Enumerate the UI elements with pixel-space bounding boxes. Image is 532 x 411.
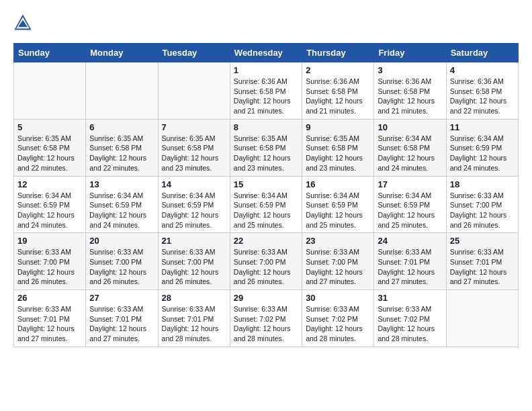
- calendar-cell: 5Sunrise: 6:35 AMSunset: 6:58 PMDaylight…: [14, 119, 86, 176]
- day-info: Sunrise: 6:36 AMSunset: 6:58 PMDaylight:…: [306, 77, 370, 116]
- weekday-header: Monday: [86, 44, 158, 62]
- calendar-week-row: 19Sunrise: 6:33 AMSunset: 7:00 PMDayligh…: [14, 233, 519, 290]
- calendar-cell: 3Sunrise: 6:36 AMSunset: 6:58 PMDaylight…: [374, 62, 446, 120]
- day-info: Sunrise: 6:33 AMSunset: 7:02 PMDaylight:…: [378, 304, 442, 344]
- day-number: 4: [450, 65, 515, 75]
- weekday-header-row: SundayMondayTuesdayWednesdayThursdayFrid…: [14, 44, 519, 62]
- calendar-cell: 21Sunrise: 6:33 AMSunset: 7:00 PMDayligh…: [158, 233, 230, 290]
- day-number: 23: [306, 236, 370, 246]
- calendar-week-row: 26Sunrise: 6:33 AMSunset: 7:01 PMDayligh…: [14, 290, 519, 347]
- weekday-header: Wednesday: [230, 44, 302, 62]
- calendar-cell: 15Sunrise: 6:34 AMSunset: 6:59 PMDayligh…: [230, 176, 302, 233]
- day-number: 25: [450, 236, 515, 246]
- calendar-cell: 19Sunrise: 6:33 AMSunset: 7:00 PMDayligh…: [14, 233, 86, 290]
- logo: [13, 13, 35, 32]
- calendar-week-row: 1Sunrise: 6:36 AMSunset: 6:58 PMDaylight…: [14, 62, 519, 120]
- day-number: 20: [89, 236, 154, 246]
- calendar-cell: 10Sunrise: 6:34 AMSunset: 6:58 PMDayligh…: [374, 119, 446, 176]
- day-info: Sunrise: 6:33 AMSunset: 7:00 PMDaylight:…: [234, 247, 298, 287]
- day-number: 12: [17, 179, 82, 189]
- day-number: 7: [162, 122, 226, 132]
- logo-icon: [13, 13, 32, 32]
- day-info: Sunrise: 6:33 AMSunset: 7:01 PMDaylight:…: [450, 247, 515, 287]
- calendar-cell: 7Sunrise: 6:35 AMSunset: 6:58 PMDaylight…: [158, 119, 230, 176]
- calendar-cell: 28Sunrise: 6:33 AMSunset: 7:01 PMDayligh…: [158, 290, 230, 347]
- day-number: 30: [306, 293, 370, 303]
- day-number: 22: [234, 236, 298, 246]
- day-number: 26: [17, 293, 82, 303]
- day-info: Sunrise: 6:35 AMSunset: 6:58 PMDaylight:…: [89, 134, 154, 173]
- day-info: Sunrise: 6:35 AMSunset: 6:58 PMDaylight:…: [17, 134, 82, 173]
- day-number: 3: [378, 65, 442, 75]
- calendar-cell: 13Sunrise: 6:34 AMSunset: 6:59 PMDayligh…: [86, 176, 158, 233]
- calendar-cell: [14, 62, 86, 120]
- day-number: 27: [89, 293, 154, 303]
- calendar-cell: 17Sunrise: 6:34 AMSunset: 6:59 PMDayligh…: [374, 176, 446, 233]
- day-number: 16: [306, 179, 370, 189]
- weekday-header: Tuesday: [158, 44, 230, 62]
- weekday-header: Saturday: [446, 44, 518, 62]
- calendar-week-row: 12Sunrise: 6:34 AMSunset: 6:59 PMDayligh…: [14, 176, 519, 233]
- calendar-week-row: 5Sunrise: 6:35 AMSunset: 6:58 PMDaylight…: [14, 119, 519, 176]
- weekday-header: Friday: [374, 44, 446, 62]
- calendar-cell: 20Sunrise: 6:33 AMSunset: 7:00 PMDayligh…: [86, 233, 158, 290]
- day-info: Sunrise: 6:36 AMSunset: 6:58 PMDaylight:…: [378, 77, 442, 116]
- day-number: 13: [89, 179, 154, 189]
- calendar-cell: 23Sunrise: 6:33 AMSunset: 7:00 PMDayligh…: [302, 233, 374, 290]
- day-info: Sunrise: 6:33 AMSunset: 7:02 PMDaylight:…: [306, 304, 370, 344]
- page: SundayMondayTuesdayWednesdayThursdayFrid…: [0, 0, 532, 354]
- day-info: Sunrise: 6:33 AMSunset: 7:00 PMDaylight:…: [450, 191, 515, 230]
- day-info: Sunrise: 6:34 AMSunset: 6:59 PMDaylight:…: [17, 191, 82, 230]
- calendar-cell: 1Sunrise: 6:36 AMSunset: 6:58 PMDaylight…: [230, 62, 302, 120]
- day-number: 10: [378, 122, 442, 132]
- day-info: Sunrise: 6:34 AMSunset: 6:59 PMDaylight:…: [378, 191, 442, 230]
- day-info: Sunrise: 6:33 AMSunset: 7:00 PMDaylight:…: [17, 247, 82, 287]
- calendar-cell: 2Sunrise: 6:36 AMSunset: 6:58 PMDaylight…: [302, 62, 374, 120]
- calendar-cell: 24Sunrise: 6:33 AMSunset: 7:01 PMDayligh…: [374, 233, 446, 290]
- calendar-cell: 31Sunrise: 6:33 AMSunset: 7:02 PMDayligh…: [374, 290, 446, 347]
- calendar-cell: 11Sunrise: 6:34 AMSunset: 6:59 PMDayligh…: [446, 119, 518, 176]
- day-number: 2: [306, 65, 370, 75]
- day-info: Sunrise: 6:33 AMSunset: 7:01 PMDaylight:…: [378, 247, 442, 287]
- day-number: 14: [162, 179, 226, 189]
- calendar-cell: 4Sunrise: 6:36 AMSunset: 6:58 PMDaylight…: [446, 62, 518, 120]
- day-info: Sunrise: 6:34 AMSunset: 6:58 PMDaylight:…: [378, 134, 442, 173]
- day-info: Sunrise: 6:33 AMSunset: 7:02 PMDaylight:…: [234, 304, 298, 344]
- calendar-cell: 18Sunrise: 6:33 AMSunset: 7:00 PMDayligh…: [446, 176, 518, 233]
- day-number: 8: [234, 122, 298, 132]
- day-number: 9: [306, 122, 370, 132]
- day-number: 24: [378, 236, 442, 246]
- day-info: Sunrise: 6:36 AMSunset: 6:58 PMDaylight:…: [234, 77, 298, 116]
- calendar-cell: 8Sunrise: 6:35 AMSunset: 6:58 PMDaylight…: [230, 119, 302, 176]
- day-number: 29: [234, 293, 298, 303]
- day-info: Sunrise: 6:35 AMSunset: 6:58 PMDaylight:…: [234, 134, 298, 173]
- calendar-cell: [158, 62, 230, 120]
- calendar-cell: 30Sunrise: 6:33 AMSunset: 7:02 PMDayligh…: [302, 290, 374, 347]
- day-info: Sunrise: 6:33 AMSunset: 7:01 PMDaylight:…: [162, 304, 226, 344]
- day-info: Sunrise: 6:34 AMSunset: 6:59 PMDaylight:…: [306, 191, 370, 230]
- day-info: Sunrise: 6:34 AMSunset: 6:59 PMDaylight:…: [162, 191, 226, 230]
- calendar-cell: [446, 290, 518, 347]
- day-number: 21: [162, 236, 226, 246]
- day-number: 18: [450, 179, 515, 189]
- day-info: Sunrise: 6:33 AMSunset: 7:01 PMDaylight:…: [89, 304, 154, 344]
- calendar-cell: 12Sunrise: 6:34 AMSunset: 6:59 PMDayligh…: [14, 176, 86, 233]
- day-number: 1: [234, 65, 298, 75]
- day-number: 5: [17, 122, 82, 132]
- day-info: Sunrise: 6:33 AMSunset: 7:00 PMDaylight:…: [162, 247, 226, 287]
- calendar-table: SundayMondayTuesdayWednesdayThursdayFrid…: [13, 43, 519, 347]
- calendar-cell: [86, 62, 158, 120]
- day-number: 31: [378, 293, 442, 303]
- day-number: 19: [17, 236, 82, 246]
- calendar-cell: 25Sunrise: 6:33 AMSunset: 7:01 PMDayligh…: [446, 233, 518, 290]
- calendar-cell: 29Sunrise: 6:33 AMSunset: 7:02 PMDayligh…: [230, 290, 302, 347]
- calendar-cell: 26Sunrise: 6:33 AMSunset: 7:01 PMDayligh…: [14, 290, 86, 347]
- day-info: Sunrise: 6:33 AMSunset: 7:00 PMDaylight:…: [306, 247, 370, 287]
- calendar-cell: 6Sunrise: 6:35 AMSunset: 6:58 PMDaylight…: [86, 119, 158, 176]
- calendar-cell: 14Sunrise: 6:34 AMSunset: 6:59 PMDayligh…: [158, 176, 230, 233]
- day-info: Sunrise: 6:35 AMSunset: 6:58 PMDaylight:…: [162, 134, 226, 173]
- day-info: Sunrise: 6:34 AMSunset: 6:59 PMDaylight:…: [234, 191, 298, 230]
- calendar-cell: 22Sunrise: 6:33 AMSunset: 7:00 PMDayligh…: [230, 233, 302, 290]
- day-info: Sunrise: 6:33 AMSunset: 7:01 PMDaylight:…: [17, 304, 82, 344]
- day-info: Sunrise: 6:34 AMSunset: 6:59 PMDaylight:…: [89, 191, 154, 230]
